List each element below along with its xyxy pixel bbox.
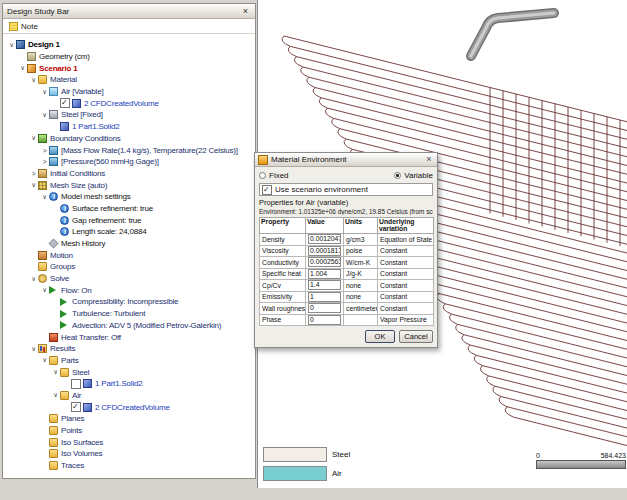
dialog-close-icon[interactable]: × — [424, 155, 434, 164]
tree-node-turbulence-turbulent[interactable]: Turbulence: Turbulent — [3, 308, 255, 320]
panel-close-icon[interactable]: × — [240, 7, 251, 16]
collapse-chevron-icon[interactable]: ∨ — [40, 193, 49, 201]
collapse-chevron-icon[interactable]: ∨ — [29, 181, 38, 189]
tree-node-points[interactable]: Points — [3, 425, 255, 437]
tree-node-mass-flow-rate-1-4-kg-s-temperature-22-celsius[interactable]: >[Mass Flow Rate(1.4 kg/s), Temperature(… — [3, 144, 255, 156]
collapse-chevron-icon[interactable]: ∨ — [7, 41, 16, 49]
tree-node-2-cfdcreatedvolume[interactable]: 2 CFDCreatedVolume — [3, 401, 255, 413]
property-value-field[interactable]: 0.0002563 — [308, 257, 341, 267]
property-value-field[interactable]: 1.4 — [308, 280, 341, 290]
tree-node-traces[interactable]: Traces — [3, 460, 255, 472]
tree-node-heat-transfer-off[interactable]: Heat Transfer: Off — [3, 331, 255, 343]
property-variation-cell[interactable]: Constant — [378, 280, 434, 292]
property-variation-cell[interactable]: Vapor Pressure — [378, 314, 434, 326]
tree-node-geometry-cm[interactable]: Geometry (cm) — [3, 51, 255, 63]
collapse-chevron-icon[interactable]: ∨ — [40, 356, 49, 364]
property-value-field[interactable]: 0.00120473 — [308, 234, 341, 244]
tree-node-boundary-conditions[interactable]: ∨Boundary Conditions — [3, 133, 255, 145]
tree-node-2-cfdcreatedvolume[interactable]: 2 CFDCreatedVolume — [3, 97, 255, 109]
collapse-chevron-icon[interactable]: ∨ — [29, 76, 38, 84]
cancel-button[interactable]: Cancel — [399, 330, 433, 343]
material-legend: Steel Air — [263, 447, 350, 485]
design-study-tree: ∨Design 1Geometry (cm)∨Scenario 1∨Materi… — [3, 34, 255, 471]
tree-node-groups[interactable]: Groups — [3, 261, 255, 273]
visibility-checkbox[interactable] — [71, 379, 81, 389]
tree-node-parts[interactable]: ∨Parts — [3, 355, 255, 367]
visibility-checkbox[interactable] — [71, 402, 81, 412]
property-name-cell: Phase — [260, 314, 306, 326]
collapse-chevron-icon[interactable]: ∨ — [29, 275, 38, 283]
property-variation-cell[interactable]: Constant — [378, 257, 434, 269]
ok-button[interactable]: OK — [365, 330, 395, 343]
property-value-field[interactable]: 0 — [308, 303, 341, 313]
cube-icon — [72, 99, 81, 108]
collapse-chevron-icon[interactable]: ∨ — [51, 368, 60, 376]
property-value-field[interactable]: 0.0001817 — [308, 246, 341, 256]
tree-node-design-1[interactable]: ∨Design 1 — [3, 39, 255, 51]
tree-node-surface-refinement-true[interactable]: Surface refinement: true — [3, 203, 255, 215]
note-row[interactable]: Note — [3, 19, 255, 34]
expand-chevron-icon[interactable]: > — [40, 147, 49, 154]
expand-chevron-icon[interactable]: > — [29, 170, 38, 177]
tree-node-steel-fixed[interactable]: ∨Steel [Fixed] — [3, 109, 255, 121]
tree-node-scenario-1[interactable]: ∨Scenario 1 — [3, 62, 255, 74]
variable-radio-icon[interactable] — [394, 172, 401, 179]
property-variation-cell[interactable]: Constant — [378, 291, 434, 303]
collapse-chevron-icon[interactable]: ∨ — [51, 391, 60, 399]
tree-node-results[interactable]: ∨Results — [3, 343, 255, 355]
tree-node-pressure-560-mmhg-gage[interactable]: >[Pressure(560 mmHg Gage)] — [3, 156, 255, 168]
bcitem-icon — [49, 157, 58, 166]
tree-node-label: Air — [72, 391, 81, 400]
tree-node-compressibility-incompressible[interactable]: Compressibility: Incompressible — [3, 296, 255, 308]
tree-node-motion[interactable]: Motion — [3, 249, 255, 261]
property-variation-cell[interactable]: Constant — [378, 245, 434, 257]
property-value-field[interactable]: 1 — [308, 292, 341, 302]
tree-node-mesh-history[interactable]: Mesh History — [3, 238, 255, 250]
variable-radio[interactable]: Variable — [394, 171, 433, 180]
use-scenario-environment-checkbox[interactable] — [262, 185, 272, 195]
tree-node-initial-conditions[interactable]: >Initial Conditions — [3, 168, 255, 180]
tree-node-label: Initial Conditions — [50, 169, 105, 178]
tree-node-label: Steel [Fixed] — [61, 110, 103, 119]
tree-node-label: Mesh History — [61, 239, 105, 248]
tree-node-model-mesh-settings[interactable]: ∨Model mesh settings — [3, 191, 255, 203]
expand-chevron-icon[interactable]: > — [40, 158, 49, 165]
collapse-chevron-icon[interactable]: ∨ — [40, 111, 49, 119]
tree-node-label: Parts — [61, 356, 79, 365]
tree-node-iso-volumes[interactable]: Iso Volumes — [3, 448, 255, 460]
tree-node-air-variable[interactable]: ∨Air [Variable] — [3, 86, 255, 98]
tree-node-iso-surfaces[interactable]: Iso Surfaces — [3, 436, 255, 448]
tree-node-gap-refinement-true[interactable]: Gap refinement: true — [3, 214, 255, 226]
collapse-chevron-icon[interactable]: ∨ — [29, 345, 38, 353]
tree-node-1-part1-solid2[interactable]: 1 Part1.Solid2 — [3, 378, 255, 390]
collapse-chevron-icon[interactable]: ∨ — [40, 88, 49, 96]
collapse-chevron-icon[interactable]: ∨ — [40, 286, 49, 294]
property-variation-cell[interactable]: Constant — [378, 303, 434, 315]
tree-node-planes[interactable]: Planes — [3, 413, 255, 425]
tree-node-label: Traces — [61, 461, 84, 470]
tree-node-1-part1-solid2[interactable]: 1 Part1.Solid2 — [3, 121, 255, 133]
tree-node-advection-adv-5-modified-petrov-galerkin[interactable]: Advection: ADV 5 (Modified Petrov-Galerk… — [3, 320, 255, 332]
tree-node-solve[interactable]: ∨Solve — [3, 273, 255, 285]
tree-node-mesh-size-auto[interactable]: ∨Mesh Size (auto) — [3, 179, 255, 191]
property-value-field[interactable]: 1.004 — [308, 269, 341, 279]
property-variation-cell[interactable]: Equation of State — [378, 234, 434, 246]
tree-node-flow-on[interactable]: ∨Flow: On — [3, 284, 255, 296]
tree-node-material[interactable]: ∨Material — [3, 74, 255, 86]
fixed-radio-icon[interactable] — [259, 172, 266, 179]
panel-titlebar[interactable]: Design Study Bar × — [3, 4, 255, 19]
use-scenario-environment-row[interactable]: Use scenario environment — [259, 183, 433, 196]
property-name-cell: Wall roughness — [260, 303, 306, 315]
collapse-chevron-icon[interactable]: ∨ — [29, 134, 38, 142]
tree-node-steel[interactable]: ∨Steel — [3, 366, 255, 378]
property-name-cell: Density — [260, 234, 306, 246]
dialog-titlebar[interactable]: Material Environment × — [255, 153, 437, 167]
visibility-checkbox[interactable] — [60, 98, 70, 108]
property-value-field[interactable]: 0 — [308, 315, 341, 325]
properties-for-label: Properties for Air (variable) — [259, 198, 433, 207]
tree-node-length-scale-24-0884[interactable]: Length scale: 24,0884 — [3, 226, 255, 238]
fixed-radio[interactable]: Fixed — [259, 171, 289, 180]
property-variation-cell[interactable]: Constant — [378, 268, 434, 280]
tree-node-air[interactable]: ∨Air — [3, 390, 255, 402]
collapse-chevron-icon[interactable]: ∨ — [18, 64, 27, 72]
